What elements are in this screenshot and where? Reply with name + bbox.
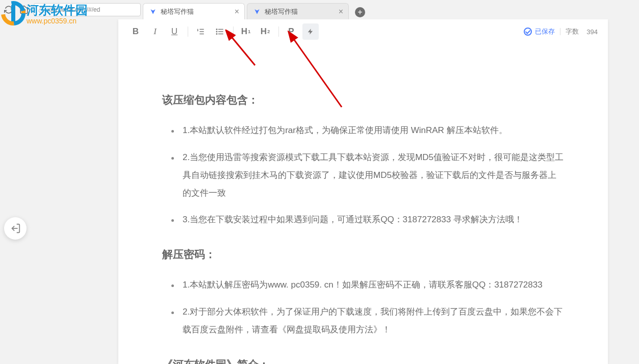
home-icon[interactable] — [19, 5, 29, 14]
check-icon — [524, 28, 532, 36]
wordcount-status: 字数 394 — [566, 27, 598, 36]
tab-title: 秘塔写作猫 — [265, 7, 298, 16]
svg-rect-0 — [39, 10, 44, 13]
saved-status: 已保存 — [524, 27, 555, 36]
paragraph-button[interactable]: P — [283, 23, 299, 40]
tab-strip: 秘塔写作猫 × 秘塔写作猫 × + — [141, 0, 367, 19]
ordered-list-button[interactable] — [192, 23, 209, 40]
toolbar-separator — [278, 27, 279, 37]
italic-button[interactable]: I — [147, 23, 163, 40]
close-icon[interactable]: × — [235, 7, 239, 16]
heading: 《河东软件园》简介： — [162, 353, 564, 364]
logout-button[interactable] — [4, 217, 27, 240]
tab-active[interactable]: 秘塔写作猫 × — [143, 3, 245, 19]
url-text: xiezuocat.com/#/ed — [47, 6, 100, 13]
tab-title: 秘塔写作猫 — [161, 7, 194, 16]
list: 1.本站默认软件经过打包为rar格式，为确保正常使用请使用 WinRAR 解压本… — [171, 122, 564, 229]
underline-button[interactable]: U — [166, 23, 183, 40]
reload-icon[interactable] — [4, 5, 13, 14]
svg-point-9 — [216, 34, 217, 35]
document-content[interactable]: 该压缩包内容包含： 1.本站默认软件经过打包为rar格式，为确保正常使用请使用 … — [118, 44, 608, 364]
svg-point-8 — [216, 31, 217, 32]
browser-bar: xiezuocat.com/#/ed 秘塔写作猫 × 秘塔写作猫 × + — [0, 0, 639, 19]
list-item: 2.当您使用迅雷等搜索资源模式下载工具下载本站资源，发现MD5值验证不对时，很可… — [171, 149, 564, 202]
toolbar: B I U H1 H2 P 已保存 字数 394 — [118, 19, 608, 44]
list-item: 1.本站默认软件经过打包为rar格式，为确保正常使用请使用 WinRAR 解压本… — [171, 122, 564, 140]
toolbar-separator — [188, 27, 188, 37]
workspace: B I U H1 H2 P 已保存 字数 394 — [0, 19, 639, 364]
heading: 解压密码： — [162, 243, 564, 265]
heading2-button[interactable]: H2 — [257, 23, 273, 40]
tab-inactive[interactable]: 秘塔写作猫 × — [247, 3, 349, 19]
toolbar-separator — [233, 27, 234, 37]
tab-favicon-icon — [149, 8, 157, 15]
list-item: 2.对于部分大体积软件，为了保证用户的下载速度，我们将附件上传到了百度云盘中，如… — [171, 303, 564, 339]
svg-point-7 — [216, 29, 217, 30]
add-tab-button[interactable]: + — [353, 5, 367, 19]
lightning-button[interactable] — [302, 23, 319, 40]
bold-button[interactable]: B — [127, 23, 144, 40]
tab-favicon-icon — [253, 8, 261, 15]
heading: 该压缩包内容包含： — [162, 89, 564, 111]
list-item: 3.当您在下载安装过程中如果遇到问题，可通过联系QQ：3187272833 寻求… — [171, 211, 564, 229]
status-separator — [560, 28, 560, 35]
heading1-button[interactable]: H1 — [238, 23, 254, 40]
address-bar[interactable]: xiezuocat.com/#/ed — [34, 3, 141, 16]
editor-card: B I U H1 H2 P 已保存 字数 394 — [118, 19, 608, 364]
list-item: 1.本站默认解压密码为www. pc0359. cn！如果解压密码不正确，请联系… — [171, 276, 564, 294]
unordered-list-button[interactable] — [212, 23, 228, 40]
list: 1.本站默认解压密码为www. pc0359. cn！如果解压密码不正确，请联系… — [171, 276, 564, 339]
close-icon[interactable]: × — [339, 7, 343, 16]
